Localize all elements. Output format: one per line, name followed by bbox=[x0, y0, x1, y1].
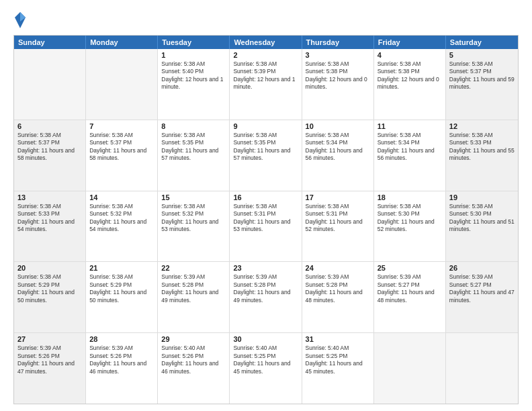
calendar-cell: 9Sunrise: 5:38 AM Sunset: 5:35 PM Daylig… bbox=[230, 120, 302, 191]
day-number: 19 bbox=[449, 193, 515, 201]
weekday-header: Saturday bbox=[446, 36, 518, 49]
cell-text: Sunrise: 5:39 AM Sunset: 5:28 PM Dayligh… bbox=[161, 273, 226, 304]
calendar-cell bbox=[14, 49, 86, 120]
day-number: 13 bbox=[17, 193, 82, 201]
calendar-cell: 24Sunrise: 5:39 AM Sunset: 5:28 PM Dayli… bbox=[302, 262, 374, 332]
cell-text: Sunrise: 5:40 AM Sunset: 5:26 PM Dayligh… bbox=[161, 345, 226, 375]
page: SundayMondayTuesdayWednesdayThursdayFrid… bbox=[0, 0, 532, 411]
cell-text: Sunrise: 5:39 AM Sunset: 5:28 PM Dayligh… bbox=[233, 273, 298, 304]
cell-text: Sunrise: 5:38 AM Sunset: 5:32 PM Dayligh… bbox=[89, 203, 154, 234]
cell-text: Sunrise: 5:38 AM Sunset: 5:34 PM Dayligh… bbox=[378, 132, 442, 163]
header bbox=[13, 11, 519, 30]
cell-text: Sunrise: 5:38 AM Sunset: 5:37 PM Dayligh… bbox=[449, 60, 515, 91]
logo-icon bbox=[13, 11, 27, 30]
calendar-cell: 21Sunrise: 5:38 AM Sunset: 5:29 PM Dayli… bbox=[86, 262, 158, 332]
weekday-header: Monday bbox=[86, 36, 158, 49]
calendar-row: 6Sunrise: 5:38 AM Sunset: 5:37 PM Daylig… bbox=[14, 120, 518, 191]
day-number: 27 bbox=[17, 335, 82, 343]
cell-text: Sunrise: 5:38 AM Sunset: 5:35 PM Dayligh… bbox=[161, 132, 226, 163]
day-number: 17 bbox=[306, 193, 370, 201]
cell-text: Sunrise: 5:38 AM Sunset: 5:32 PM Dayligh… bbox=[161, 203, 226, 234]
calendar-cell bbox=[86, 49, 158, 120]
logo bbox=[13, 11, 30, 30]
day-number: 11 bbox=[378, 122, 442, 130]
weekday-header: Tuesday bbox=[158, 36, 230, 49]
day-number: 3 bbox=[306, 51, 370, 59]
weekday-header: Friday bbox=[374, 36, 446, 49]
calendar-cell: 6Sunrise: 5:38 AM Sunset: 5:37 PM Daylig… bbox=[14, 120, 86, 191]
cell-text: Sunrise: 5:39 AM Sunset: 5:27 PM Dayligh… bbox=[378, 273, 442, 304]
calendar-row: 27Sunrise: 5:39 AM Sunset: 5:26 PM Dayli… bbox=[14, 333, 518, 404]
cell-text: Sunrise: 5:38 AM Sunset: 5:39 PM Dayligh… bbox=[233, 60, 298, 91]
day-number: 30 bbox=[233, 335, 298, 343]
day-number: 6 bbox=[17, 122, 82, 130]
day-number: 10 bbox=[306, 122, 370, 130]
calendar-cell: 3Sunrise: 5:38 AM Sunset: 5:38 PM Daylig… bbox=[302, 49, 374, 120]
calendar-cell: 28Sunrise: 5:39 AM Sunset: 5:26 PM Dayli… bbox=[86, 333, 158, 404]
day-number: 29 bbox=[161, 335, 226, 343]
calendar-body: 1Sunrise: 5:38 AM Sunset: 5:40 PM Daylig… bbox=[14, 49, 518, 404]
cell-text: Sunrise: 5:38 AM Sunset: 5:34 PM Dayligh… bbox=[306, 132, 370, 163]
calendar-cell: 17Sunrise: 5:38 AM Sunset: 5:31 PM Dayli… bbox=[302, 191, 374, 262]
calendar-cell: 4Sunrise: 5:38 AM Sunset: 5:38 PM Daylig… bbox=[374, 49, 446, 120]
day-number: 2 bbox=[233, 51, 298, 59]
cell-text: Sunrise: 5:40 AM Sunset: 5:25 PM Dayligh… bbox=[306, 345, 370, 375]
calendar-cell bbox=[446, 333, 518, 404]
cell-text: Sunrise: 5:38 AM Sunset: 5:37 PM Dayligh… bbox=[17, 132, 82, 163]
day-number: 22 bbox=[161, 264, 226, 272]
calendar-cell: 16Sunrise: 5:38 AM Sunset: 5:31 PM Dayli… bbox=[230, 191, 302, 262]
calendar-row: 20Sunrise: 5:38 AM Sunset: 5:29 PM Dayli… bbox=[14, 262, 518, 333]
day-number: 31 bbox=[306, 335, 370, 343]
cell-text: Sunrise: 5:38 AM Sunset: 5:30 PM Dayligh… bbox=[378, 203, 442, 234]
calendar-cell: 27Sunrise: 5:39 AM Sunset: 5:26 PM Dayli… bbox=[14, 333, 86, 404]
calendar-cell: 12Sunrise: 5:38 AM Sunset: 5:33 PM Dayli… bbox=[446, 120, 518, 191]
day-number: 8 bbox=[161, 122, 226, 130]
day-number: 24 bbox=[306, 264, 370, 272]
calendar-row: 1Sunrise: 5:38 AM Sunset: 5:40 PM Daylig… bbox=[14, 49, 518, 120]
cell-text: Sunrise: 5:38 AM Sunset: 5:30 PM Dayligh… bbox=[449, 203, 515, 234]
cell-text: Sunrise: 5:38 AM Sunset: 5:31 PM Dayligh… bbox=[233, 203, 298, 234]
calendar-cell: 11Sunrise: 5:38 AM Sunset: 5:34 PM Dayli… bbox=[374, 120, 446, 191]
calendar-cell: 31Sunrise: 5:40 AM Sunset: 5:25 PM Dayli… bbox=[302, 333, 374, 404]
cell-text: Sunrise: 5:38 AM Sunset: 5:38 PM Dayligh… bbox=[306, 60, 370, 91]
cell-text: Sunrise: 5:39 AM Sunset: 5:27 PM Dayligh… bbox=[449, 273, 515, 304]
calendar-cell bbox=[374, 333, 446, 404]
day-number: 23 bbox=[233, 264, 298, 272]
calendar-header: SundayMondayTuesdayWednesdayThursdayFrid… bbox=[14, 36, 518, 49]
calendar-cell: 26Sunrise: 5:39 AM Sunset: 5:27 PM Dayli… bbox=[446, 262, 518, 332]
calendar-cell: 14Sunrise: 5:38 AM Sunset: 5:32 PM Dayli… bbox=[86, 191, 158, 262]
cell-text: Sunrise: 5:38 AM Sunset: 5:37 PM Dayligh… bbox=[89, 132, 154, 163]
day-number: 14 bbox=[89, 193, 154, 201]
calendar-cell: 22Sunrise: 5:39 AM Sunset: 5:28 PM Dayli… bbox=[158, 262, 230, 332]
day-number: 9 bbox=[233, 122, 298, 130]
cell-text: Sunrise: 5:40 AM Sunset: 5:25 PM Dayligh… bbox=[233, 345, 298, 375]
calendar-cell: 2Sunrise: 5:38 AM Sunset: 5:39 PM Daylig… bbox=[230, 49, 302, 120]
calendar-cell: 29Sunrise: 5:40 AM Sunset: 5:26 PM Dayli… bbox=[158, 333, 230, 404]
cell-text: Sunrise: 5:39 AM Sunset: 5:28 PM Dayligh… bbox=[306, 273, 370, 304]
cell-text: Sunrise: 5:38 AM Sunset: 5:40 PM Dayligh… bbox=[161, 60, 226, 91]
cell-text: Sunrise: 5:38 AM Sunset: 5:29 PM Dayligh… bbox=[17, 273, 82, 304]
day-number: 20 bbox=[17, 264, 82, 272]
day-number: 18 bbox=[378, 193, 442, 201]
weekday-header: Sunday bbox=[14, 36, 86, 49]
day-number: 12 bbox=[449, 122, 515, 130]
cell-text: Sunrise: 5:38 AM Sunset: 5:35 PM Dayligh… bbox=[233, 132, 298, 163]
calendar-row: 13Sunrise: 5:38 AM Sunset: 5:33 PM Dayli… bbox=[14, 191, 518, 263]
day-number: 5 bbox=[449, 51, 515, 59]
day-number: 25 bbox=[378, 264, 442, 272]
calendar-cell: 30Sunrise: 5:40 AM Sunset: 5:25 PM Dayli… bbox=[230, 333, 302, 404]
day-number: 16 bbox=[233, 193, 298, 201]
calendar-cell: 1Sunrise: 5:38 AM Sunset: 5:40 PM Daylig… bbox=[158, 49, 230, 120]
weekday-header: Thursday bbox=[302, 36, 374, 49]
day-number: 26 bbox=[449, 264, 515, 272]
cell-text: Sunrise: 5:39 AM Sunset: 5:26 PM Dayligh… bbox=[89, 345, 154, 375]
calendar-cell: 8Sunrise: 5:38 AM Sunset: 5:35 PM Daylig… bbox=[158, 120, 230, 191]
day-number: 7 bbox=[89, 122, 154, 130]
calendar-cell: 18Sunrise: 5:38 AM Sunset: 5:30 PM Dayli… bbox=[374, 191, 446, 262]
calendar-cell: 13Sunrise: 5:38 AM Sunset: 5:33 PM Dayli… bbox=[14, 191, 86, 262]
weekday-header: Wednesday bbox=[230, 36, 302, 49]
cell-text: Sunrise: 5:38 AM Sunset: 5:29 PM Dayligh… bbox=[89, 273, 154, 304]
calendar: SundayMondayTuesdayWednesdayThursdayFrid… bbox=[13, 35, 519, 404]
cell-text: Sunrise: 5:38 AM Sunset: 5:33 PM Dayligh… bbox=[449, 132, 515, 163]
day-number: 1 bbox=[161, 51, 226, 59]
